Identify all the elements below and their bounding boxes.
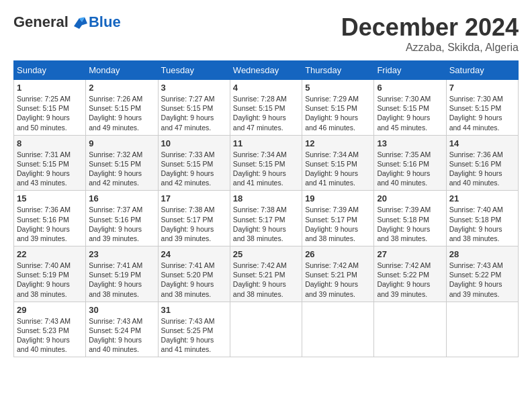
day-info: Sunrise: 7:43 AM Sunset: 5:23 PM Dayligh… <box>17 316 83 355</box>
table-row: 26Sunrise: 7:42 AM Sunset: 5:21 PM Dayli… <box>302 246 374 302</box>
header-saturday: Saturday <box>446 61 518 80</box>
calendar-week-row: 8Sunrise: 7:31 AM Sunset: 5:15 PM Daylig… <box>14 135 519 191</box>
day-info: Sunrise: 7:29 AM Sunset: 5:15 PM Dayligh… <box>305 94 371 132</box>
table-row: 16Sunrise: 7:37 AM Sunset: 5:16 PM Dayli… <box>86 191 158 246</box>
header-wednesday: Wednesday <box>230 61 302 80</box>
month-year-title: December 2024 <box>341 13 519 42</box>
day-number: 22 <box>17 249 83 259</box>
table-row: 21Sunrise: 7:40 AM Sunset: 5:18 PM Dayli… <box>446 191 518 246</box>
header-tuesday: Tuesday <box>158 61 230 80</box>
day-info: Sunrise: 7:42 AM Sunset: 5:21 PM Dayligh… <box>305 261 371 299</box>
calendar-week-row: 29Sunrise: 7:43 AM Sunset: 5:23 PM Dayli… <box>14 302 519 357</box>
header-thursday: Thursday <box>302 61 374 80</box>
day-info: Sunrise: 7:37 AM Sunset: 5:16 PM Dayligh… <box>89 205 154 243</box>
day-info: Sunrise: 7:35 AM Sunset: 5:16 PM Dayligh… <box>377 150 443 188</box>
day-info: Sunrise: 7:27 AM Sunset: 5:15 PM Dayligh… <box>161 94 227 132</box>
day-number: 29 <box>17 305 83 315</box>
header-sunday: Sunday <box>14 61 86 80</box>
table-row: 19Sunrise: 7:39 AM Sunset: 5:17 PM Dayli… <box>302 191 374 246</box>
day-info: Sunrise: 7:41 AM Sunset: 5:20 PM Dayligh… <box>161 261 227 299</box>
day-number: 27 <box>377 249 443 259</box>
table-row: 25Sunrise: 7:42 AM Sunset: 5:21 PM Dayli… <box>230 246 302 302</box>
logo: General Blue <box>13 13 121 31</box>
table-row: 17Sunrise: 7:38 AM Sunset: 5:17 PM Dayli… <box>158 191 230 246</box>
logo-general-text: General <box>13 13 69 31</box>
table-row <box>374 302 446 357</box>
day-info: Sunrise: 7:40 AM Sunset: 5:18 PM Dayligh… <box>449 205 515 243</box>
table-row <box>446 302 518 357</box>
table-row: 30Sunrise: 7:43 AM Sunset: 5:24 PM Dayli… <box>86 302 158 357</box>
table-row: 13Sunrise: 7:35 AM Sunset: 5:16 PM Dayli… <box>374 135 446 191</box>
day-number: 24 <box>161 249 227 259</box>
day-number: 1 <box>17 83 83 93</box>
day-number: 19 <box>305 193 371 203</box>
day-info: Sunrise: 7:41 AM Sunset: 5:19 PM Dayligh… <box>89 261 154 299</box>
day-number: 13 <box>377 138 443 148</box>
day-info: Sunrise: 7:31 AM Sunset: 5:15 PM Dayligh… <box>17 150 83 188</box>
header-friday: Friday <box>374 61 446 80</box>
table-row: 23Sunrise: 7:41 AM Sunset: 5:19 PM Dayli… <box>86 246 158 302</box>
day-number: 2 <box>89 83 154 93</box>
table-row: 2Sunrise: 7:26 AM Sunset: 5:15 PM Daylig… <box>86 80 158 136</box>
table-row: 22Sunrise: 7:40 AM Sunset: 5:19 PM Dayli… <box>14 246 86 302</box>
day-number: 28 <box>449 249 515 259</box>
day-number: 3 <box>161 83 227 93</box>
day-number: 4 <box>233 83 299 93</box>
table-row <box>230 302 302 357</box>
table-row: 3Sunrise: 7:27 AM Sunset: 5:15 PM Daylig… <box>158 80 230 136</box>
day-info: Sunrise: 7:32 AM Sunset: 5:15 PM Dayligh… <box>89 150 154 188</box>
table-row: 9Sunrise: 7:32 AM Sunset: 5:15 PM Daylig… <box>86 135 158 191</box>
table-row: 15Sunrise: 7:36 AM Sunset: 5:16 PM Dayli… <box>14 191 86 246</box>
table-row: 27Sunrise: 7:42 AM Sunset: 5:22 PM Dayli… <box>374 246 446 302</box>
day-info: Sunrise: 7:34 AM Sunset: 5:15 PM Dayligh… <box>305 150 371 188</box>
day-info: Sunrise: 7:38 AM Sunset: 5:17 PM Dayligh… <box>233 205 299 243</box>
calendar-body: 1Sunrise: 7:25 AM Sunset: 5:15 PM Daylig… <box>14 80 519 357</box>
table-row: 18Sunrise: 7:38 AM Sunset: 5:17 PM Dayli… <box>230 191 302 246</box>
day-info: Sunrise: 7:42 AM Sunset: 5:21 PM Dayligh… <box>233 261 299 299</box>
title-section: December 2024 Azzaba, Skikda, Algeria <box>341 13 519 54</box>
day-number: 9 <box>89 138 154 148</box>
day-number: 26 <box>305 249 371 259</box>
day-number: 7 <box>449 83 515 93</box>
table-row: 24Sunrise: 7:41 AM Sunset: 5:20 PM Dayli… <box>158 246 230 302</box>
table-row: 29Sunrise: 7:43 AM Sunset: 5:23 PM Dayli… <box>14 302 86 357</box>
day-number: 21 <box>449 193 515 203</box>
table-row: 12Sunrise: 7:34 AM Sunset: 5:15 PM Dayli… <box>302 135 374 191</box>
page-header: General Blue December 2024 Azzaba, Skikd… <box>13 13 519 54</box>
table-row: 14Sunrise: 7:36 AM Sunset: 5:16 PM Dayli… <box>446 135 518 191</box>
header-row: Sunday Monday Tuesday Wednesday Thursday… <box>14 61 519 80</box>
day-number: 12 <box>305 138 371 148</box>
table-row: 6Sunrise: 7:30 AM Sunset: 5:15 PM Daylig… <box>374 80 446 136</box>
calendar-header: Sunday Monday Tuesday Wednesday Thursday… <box>14 61 519 80</box>
day-number: 17 <box>161 193 227 203</box>
calendar-table: Sunday Monday Tuesday Wednesday Thursday… <box>13 60 519 357</box>
table-row: 8Sunrise: 7:31 AM Sunset: 5:15 PM Daylig… <box>14 135 86 191</box>
table-row <box>302 302 374 357</box>
calendar-week-row: 15Sunrise: 7:36 AM Sunset: 5:16 PM Dayli… <box>14 191 519 246</box>
table-row: 11Sunrise: 7:34 AM Sunset: 5:15 PM Dayli… <box>230 135 302 191</box>
table-row: 10Sunrise: 7:33 AM Sunset: 5:15 PM Dayli… <box>158 135 230 191</box>
header-monday: Monday <box>86 61 158 80</box>
day-number: 25 <box>233 249 299 259</box>
logo-blue-text: Blue <box>89 13 121 31</box>
day-info: Sunrise: 7:43 AM Sunset: 5:25 PM Dayligh… <box>161 316 227 355</box>
day-info: Sunrise: 7:36 AM Sunset: 5:16 PM Dayligh… <box>449 150 515 188</box>
day-info: Sunrise: 7:33 AM Sunset: 5:15 PM Dayligh… <box>161 150 227 188</box>
table-row: 1Sunrise: 7:25 AM Sunset: 5:15 PM Daylig… <box>14 80 86 136</box>
day-number: 16 <box>89 193 154 203</box>
day-info: Sunrise: 7:30 AM Sunset: 5:15 PM Dayligh… <box>449 94 515 132</box>
day-number: 30 <box>89 305 154 315</box>
day-number: 14 <box>449 138 515 148</box>
table-row: 20Sunrise: 7:39 AM Sunset: 5:18 PM Dayli… <box>374 191 446 246</box>
logo-bird-icon <box>71 14 87 30</box>
day-info: Sunrise: 7:38 AM Sunset: 5:17 PM Dayligh… <box>161 205 227 243</box>
day-info: Sunrise: 7:40 AM Sunset: 5:19 PM Dayligh… <box>17 261 83 299</box>
table-row: 4Sunrise: 7:28 AM Sunset: 5:15 PM Daylig… <box>230 80 302 136</box>
day-number: 31 <box>161 305 227 315</box>
location-subtitle: Azzaba, Skikda, Algeria <box>341 42 519 54</box>
day-info: Sunrise: 7:36 AM Sunset: 5:16 PM Dayligh… <box>17 205 83 243</box>
day-number: 5 <box>305 83 371 93</box>
table-row: 7Sunrise: 7:30 AM Sunset: 5:15 PM Daylig… <box>446 80 518 136</box>
day-number: 20 <box>377 193 443 203</box>
table-row: 31Sunrise: 7:43 AM Sunset: 5:25 PM Dayli… <box>158 302 230 357</box>
